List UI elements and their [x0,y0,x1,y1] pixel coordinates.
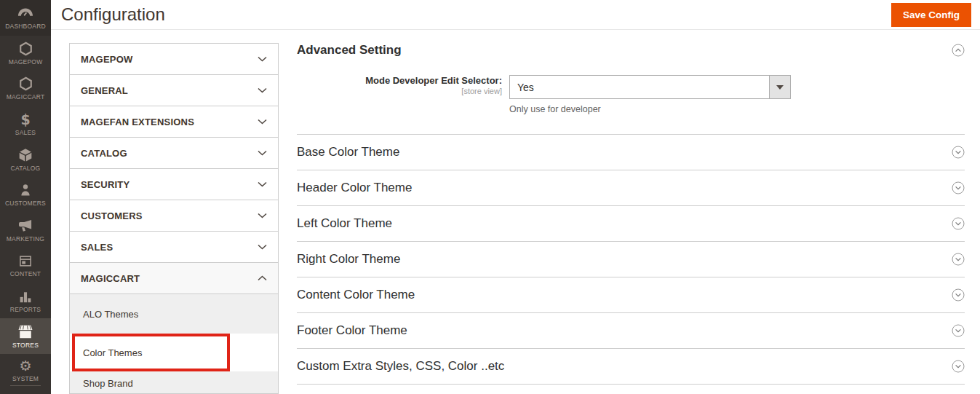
chevron-down-icon [258,213,267,218]
section-base-color-theme[interactable]: Base Color Theme [297,134,965,170]
sidebar-item-label: DASHBOARD [5,23,46,30]
sidebar-item-label: MAGICCART [7,93,45,101]
sidebar-item-sales[interactable]: $ SALES [0,106,51,142]
field-label: Mode Developer Edit Selector: [297,75,502,86]
sidebar-item-catalog[interactable]: CATALOG [0,141,51,177]
expand-circle-chevron-down-icon[interactable] [952,324,965,337]
section-title: Content Color Theme [297,288,415,302]
content-area: MAGEPOW GENERAL MAGEFAN EXTENSIONS CATAL… [51,30,980,394]
section-title: Footer Color Theme [297,323,407,338]
config-nav-label: MAGEFAN EXTENSIONS [81,117,194,127]
config-nav-label: GENERAL [81,85,128,96]
collapse-circle-chevron-up-icon[interactable] [952,44,965,57]
chevron-up-icon [258,275,267,281]
config-nav-magepow[interactable]: MAGEPOW [69,43,279,75]
subnav-label: Shop Brand [83,378,133,389]
config-nav-magefan-extensions[interactable]: MAGEFAN EXTENSIONS [69,106,279,138]
expand-circle-chevron-down-icon[interactable] [952,146,965,159]
section-content-color-theme[interactable]: Content Color Theme [297,277,965,312]
config-nav-security[interactable]: SECURITY [69,168,279,200]
config-nav-label: CUSTOMERS [81,210,143,221]
section-right-color-theme[interactable]: Right Color Theme [297,241,965,277]
sidebar-item-content[interactable]: CONTENT [0,248,51,283]
hexagon-icon [18,41,33,57]
section-title: Base Color Theme [297,145,399,159]
subnav-label: ALO Themes [83,309,138,320]
person-icon [19,182,32,198]
sidebar-item-label: SYSTEM [12,375,39,382]
expand-circle-chevron-down-icon[interactable] [952,360,965,373]
chevron-down-icon [258,244,267,250]
expand-circle-chevron-down-icon[interactable] [952,181,965,194]
section-left-color-theme[interactable]: Left Color Theme [297,205,965,241]
settings-panel: Advanced Setting Mode Developer Edit Sel… [297,43,965,385]
subnav-alo-themes[interactable]: ALO Themes [70,294,278,334]
sidebar-item-stores[interactable]: STORES [0,318,51,354]
admin-sidebar: DASHBOARD MAGEPOW MAGICCART $ SALES CATA… [0,0,51,394]
sidebar-item-label: SALES [15,129,36,136]
bar-chart-icon [18,288,33,304]
store-icon [17,324,33,340]
chevron-down-icon [258,119,267,125]
sidebar-item-label: REPORTS [10,306,41,313]
subnav-color-themes[interactable]: Color Themes [70,334,278,371]
config-nav-label: SALES [81,242,113,253]
caret-down-icon [776,85,784,90]
subnav-label: Color Themes [83,347,142,358]
dollar-icon: $ [20,111,30,127]
config-nav-general[interactable]: GENERAL [69,74,279,106]
section-header-color-theme[interactable]: Header Color Theme [297,170,965,205]
section-title: Header Color Theme [297,181,412,195]
config-nav-magiccart[interactable]: MAGICCART [69,262,279,294]
sidebar-item-label: STORES [12,342,39,349]
mode-developer-field-row: Mode Developer Edit Selector: [store vie… [297,75,965,114]
magiccart-submenu: ALO Themes Color Themes Shop Brand [69,294,279,394]
advanced-setting-section[interactable]: Advanced Setting [297,43,965,58]
config-nav-label: CATALOG [81,148,127,159]
config-nav: MAGEPOW GENERAL MAGEFAN EXTENSIONS CATAL… [69,43,279,394]
chevron-down-icon [258,56,267,62]
expand-circle-chevron-down-icon[interactable] [952,217,965,230]
dashboard-icon [17,5,33,21]
sidebar-item-label: CATALOG [11,165,41,172]
sidebar-item-magepow[interactable]: MAGEPOW [0,36,51,71]
section-title: Custom Extra Styles, CSS, Color ..etc [297,359,504,374]
config-nav-label: MAGEPOW [81,54,132,65]
chevron-down-icon [258,181,267,187]
section-title: Advanced Setting [297,43,402,58]
sidebar-item-customers[interactable]: CUSTOMERS [0,177,51,213]
sidebar-item-system[interactable]: ⚙ SYSTEM [0,354,51,390]
mode-developer-select[interactable]: Yes [509,75,791,99]
config-nav-customers[interactable]: CUSTOMERS [69,200,279,232]
layout-icon [18,253,33,269]
select-arrow[interactable] [769,76,790,98]
sidebar-item-dashboard[interactable]: DASHBOARD [0,0,51,36]
config-nav-sales[interactable]: SALES [69,231,279,263]
config-nav-label: MAGICCART [81,273,140,284]
section-custom-extra-styles[interactable]: Custom Extra Styles, CSS, Color ..etc [297,348,965,384]
sidebar-item-reports[interactable]: REPORTS [0,283,51,319]
sidebar-divider [10,385,41,386]
chevron-down-icon [258,87,267,93]
config-nav-catalog[interactable]: CATALOG [69,137,279,169]
config-nav-label: SECURITY [81,179,130,190]
sidebar-item-label: CONTENT [10,270,41,277]
field-note: Only use for developer [509,104,965,114]
section-footer-color-theme[interactable]: Footer Color Theme [297,312,965,348]
page-header: Configuration Save Config [51,0,980,30]
subnav-shop-brand[interactable]: Shop Brand [70,371,278,393]
sidebar-item-marketing[interactable]: MARKETING [0,213,51,248]
save-config-button[interactable]: Save Config [891,3,971,27]
select-value: Yes [510,82,534,93]
collapsed-sections: Base Color Theme Header Color Theme Left… [297,134,965,385]
sidebar-item-magiccart[interactable]: MAGICCART [0,71,51,106]
section-title: Right Color Theme [297,252,400,267]
sidebar-item-label: MAGEPOW [9,58,43,66]
expand-circle-chevron-down-icon[interactable] [952,288,965,302]
page-title: Configuration [51,4,165,25]
hexagon-icon [18,76,33,92]
gear-icon: ⚙ [19,358,31,374]
expand-circle-chevron-down-icon[interactable] [952,253,965,266]
chevron-down-icon [258,150,267,156]
sidebar-item-label: CUSTOMERS [5,200,46,207]
